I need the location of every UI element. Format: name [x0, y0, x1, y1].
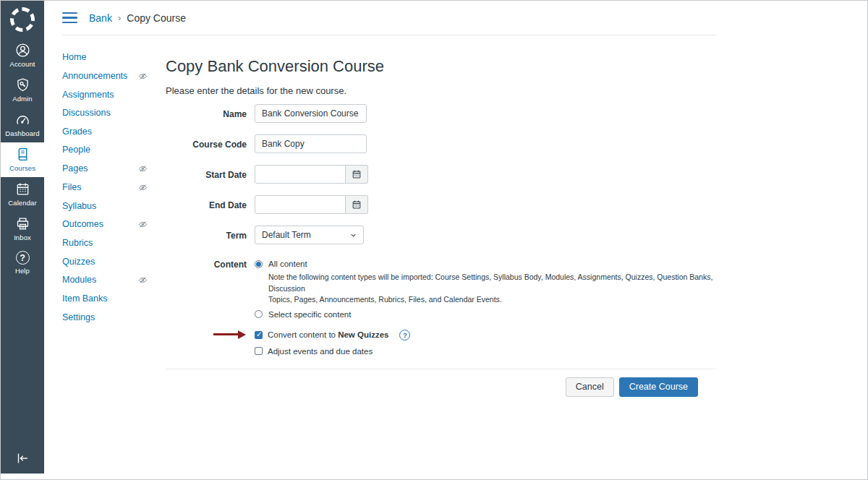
- course-nav-label: Assignments: [62, 90, 114, 100]
- start-date-input[interactable]: [255, 165, 346, 184]
- course-nav-label: Grades: [62, 127, 92, 137]
- breadcrumb-bar: Bank › Copy Course: [44, 1, 867, 35]
- name-label: Name: [166, 104, 247, 123]
- canvas-logo[interactable]: [1, 1, 44, 38]
- course-nav-label: Syllabus: [62, 202, 96, 211]
- name-input[interactable]: [255, 104, 367, 123]
- select-specific-radio[interactable]: [255, 310, 263, 318]
- convert-new-quizzes-checkbox[interactable]: [255, 331, 263, 339]
- all-content-note: Note the following content types will be…: [268, 272, 717, 306]
- select-specific-label: Select specific content: [268, 310, 351, 319]
- cancel-button[interactable]: Cancel: [566, 377, 614, 397]
- nav-label: Account: [9, 60, 35, 68]
- form-row-term: Term Default Term: [166, 226, 715, 244]
- course-nav-label: Discussions: [62, 108, 111, 118]
- checkbox-section: Convert content to New Quizzes ? Adjust …: [255, 330, 715, 356]
- course-nav: Home Announcements Assignments Discussio…: [62, 53, 148, 397]
- end-date-picker-button[interactable]: [346, 195, 368, 214]
- adjust-checkbox-label: Adjust events and due dates: [268, 347, 373, 356]
- term-selected-value: Default Term: [262, 230, 311, 240]
- course-nav-grades[interactable]: Grades: [62, 127, 148, 137]
- start-date-picker-button[interactable]: [346, 165, 368, 184]
- radio-all-content-row: All content: [255, 256, 717, 268]
- nav-item-account[interactable]: Account: [1, 38, 44, 73]
- course-nav-files[interactable]: Files: [62, 183, 148, 192]
- form-row-content: Content All content Note the following c…: [166, 256, 715, 319]
- page-title: Copy Bank Conversion Course: [166, 57, 715, 76]
- course-nav-outcomes[interactable]: Outcomes: [62, 220, 148, 229]
- adjust-dates-checkbox[interactable]: [255, 347, 263, 355]
- book-icon: [15, 147, 30, 162]
- course-nav-modules[interactable]: Modules: [62, 275, 148, 285]
- global-nav: Account Admin Dashboard Courses: [1, 1, 44, 473]
- course-nav-item-banks[interactable]: Item Banks: [62, 294, 148, 304]
- nav-item-help[interactable]: ? Help: [1, 247, 44, 280]
- nav-item-inbox[interactable]: Inbox: [1, 212, 44, 247]
- collapse-sidebar-icon: [14, 450, 30, 466]
- end-date-input[interactable]: [255, 195, 346, 214]
- convert-checkbox-row: Convert content to New Quizzes ?: [255, 330, 715, 340]
- start-date-label: Start Date: [166, 165, 247, 184]
- breadcrumb-current: Copy Course: [127, 12, 186, 24]
- hidden-eye-icon: [138, 183, 148, 192]
- nav-item-calendar[interactable]: Calendar: [1, 177, 44, 212]
- calendar-icon: [352, 169, 362, 179]
- course-nav-pages[interactable]: Pages: [62, 164, 148, 173]
- nav-label: Help: [15, 267, 30, 275]
- hidden-eye-icon: [138, 275, 148, 285]
- course-nav-people[interactable]: People: [62, 145, 148, 155]
- nav-item-courses[interactable]: Courses: [1, 142, 44, 177]
- nav-item-dashboard[interactable]: Dashboard: [1, 108, 44, 142]
- hidden-eye-icon: [138, 220, 148, 229]
- all-content-label: All content: [268, 260, 307, 268]
- app-window: Account Admin Dashboard Courses: [0, 0, 868, 480]
- course-nav-discussions[interactable]: Discussions: [62, 108, 148, 118]
- course-code-label: Course Code: [166, 134, 247, 153]
- user-icon: [15, 43, 30, 58]
- question-circle-icon: ?: [16, 251, 30, 265]
- create-course-button[interactable]: Create Course: [619, 377, 698, 397]
- course-nav-label: People: [62, 145, 90, 155]
- course-nav-quizzes[interactable]: Quizzes: [62, 257, 148, 267]
- note-line: Topics, Pages, Announcements, Rubrics, F…: [268, 294, 717, 306]
- content-options: All content Note the following content t…: [255, 256, 717, 319]
- course-nav-announcements[interactable]: Announcements: [62, 72, 148, 81]
- main-area: Bank › Copy Course Home Announcements As…: [44, 1, 867, 479]
- gauge-icon: [15, 112, 30, 127]
- course-nav-rubrics[interactable]: Rubrics: [62, 239, 148, 248]
- canvas-logo-icon: [10, 7, 35, 32]
- collapse-global-nav-button[interactable]: [1, 450, 44, 466]
- shield-key-icon: [15, 77, 30, 93]
- form-actions: Cancel Create Course: [166, 369, 715, 397]
- hidden-eye-icon: [138, 164, 148, 173]
- course-nav-label: Settings: [62, 313, 95, 322]
- course-nav-assignments[interactable]: Assignments: [62, 90, 148, 100]
- nav-label: Courses: [9, 164, 35, 172]
- term-label: Term: [166, 226, 247, 244]
- term-select[interactable]: Default Term: [255, 226, 364, 244]
- printer-inbox-icon: [15, 216, 30, 231]
- form-row-name: Name: [166, 104, 715, 123]
- note-line: Note the following content types will be…: [268, 272, 717, 294]
- radio-select-specific-row: Select specific content: [255, 310, 717, 319]
- end-date-label: End Date: [166, 195, 247, 214]
- hamburger-menu-icon[interactable]: [62, 12, 77, 24]
- annotation-arrow: [213, 330, 246, 339]
- help-tooltip-icon[interactable]: ?: [399, 330, 410, 340]
- course-code-input[interactable]: [255, 134, 367, 153]
- nav-label: Calendar: [8, 199, 36, 207]
- page-subtitle: Please enter the details for the new cou…: [166, 85, 715, 96]
- breadcrumb-course-link[interactable]: Bank: [89, 12, 112, 24]
- calendar-icon: [352, 200, 362, 210]
- all-content-radio[interactable]: [255, 260, 263, 268]
- course-nav-label: Outcomes: [62, 220, 103, 229]
- nav-item-admin[interactable]: Admin: [1, 73, 44, 108]
- course-nav-syllabus[interactable]: Syllabus: [62, 202, 148, 211]
- course-nav-settings[interactable]: Settings: [62, 313, 148, 322]
- content-label: Content: [166, 256, 247, 319]
- adjust-checkbox-row: Adjust events and due dates: [255, 347, 715, 356]
- form-row-start-date: Start Date: [166, 165, 715, 184]
- course-nav-label: Announcements: [62, 72, 127, 81]
- course-nav-home[interactable]: Home: [62, 53, 148, 62]
- convert-checkbox-label: Convert content to New Quizzes: [268, 330, 388, 339]
